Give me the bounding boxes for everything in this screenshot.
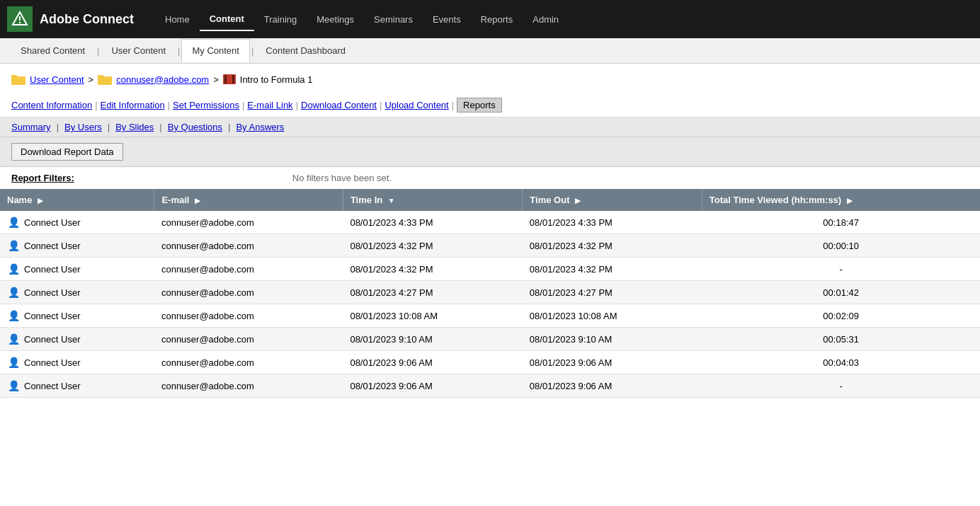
report-tab-summary[interactable]: Summary: [11, 122, 51, 132]
col-header-name[interactable]: Name ▶: [0, 189, 154, 211]
col-header-time-out[interactable]: Time Out ▶: [523, 189, 702, 211]
download-report-btn[interactable]: Download Report Data: [11, 143, 123, 161]
table-row: 👤Connect Userconnuser@adobe.com08/01/202…: [0, 374, 980, 398]
cell-time-out-4: 08/01/2023 10:08 AM: [523, 304, 702, 328]
action-sep-5: |: [380, 100, 382, 110]
breadcrumb-content-title: Intro to Formula 1: [240, 74, 313, 85]
nav-item-content[interactable]: Content: [200, 8, 254, 31]
svg-point-2: [19, 22, 21, 23]
action-links: Content Information | Edit Information |…: [0, 95, 980, 117]
cell-name-4: 👤Connect User: [0, 304, 154, 328]
cell-time-in-1: 08/01/2023 4:32 PM: [343, 234, 522, 258]
user-name: Connect User: [24, 381, 80, 391]
cell-time-in-6: 08/01/2023 9:06 AM: [343, 351, 522, 374]
action-sep-6: |: [452, 100, 454, 110]
report-tab-by-questions[interactable]: By Questions: [168, 122, 222, 132]
svg-rect-9: [232, 75, 234, 84]
nav-item-home[interactable]: Home: [155, 8, 200, 30]
user-name: Connect User: [24, 357, 80, 368]
nav-item-admin[interactable]: Admin: [523, 8, 569, 30]
sub-tab-shared-content[interactable]: Shared Content: [10, 39, 96, 62]
action-link-upload-content[interactable]: Upload Content: [384, 100, 448, 110]
cell-time-out-2: 08/01/2023 4:32 PM: [523, 258, 702, 281]
folder-icon-2: [98, 74, 112, 85]
report-tab-sep-4: |: [225, 122, 233, 132]
breadcrumb-user-email[interactable]: connuser@adobe.com: [116, 74, 209, 85]
user-icon: 👤: [7, 216, 20, 229]
user-icon: 👤: [7, 239, 20, 252]
user-icon: 👤: [7, 286, 20, 299]
svg-rect-6: [98, 75, 103, 78]
data-table-container: Name ▶E-mail ▶Time In ▼Time Out ▶Total T…: [0, 189, 980, 398]
cell-email-2: connuser@adobe.com: [154, 258, 343, 281]
logo-icon: [7, 6, 33, 32]
logo-area: Adobe Connect: [7, 6, 134, 32]
cell-email-4: connuser@adobe.com: [154, 304, 343, 328]
action-sep-4: |: [296, 100, 298, 110]
sub-tab-my-content[interactable]: My Content: [181, 39, 249, 62]
cell-name-2: 👤Connect User: [0, 258, 154, 281]
sub-tab-sep-3: |: [250, 45, 255, 56]
cell-total-time-7: -: [702, 374, 980, 398]
nav-item-events[interactable]: Events: [423, 8, 471, 30]
report-tab-by-slides[interactable]: By Slides: [115, 122, 154, 132]
action-link-edit-information[interactable]: Edit Information: [101, 100, 165, 110]
cell-email-1: connuser@adobe.com: [154, 234, 343, 258]
breadcrumb-sep-2: >: [213, 74, 219, 85]
col-header-time-in[interactable]: Time In ▼: [343, 189, 522, 211]
breadcrumb: User Content > connuser@adobe.com > Intr…: [0, 64, 980, 95]
col-header-total-time-viewed--hh-mm-ss-[interactable]: Total Time Viewed (hh:mm:ss) ▶: [702, 189, 980, 211]
sub-tab-sep-2: |: [176, 45, 181, 56]
action-sep-3: |: [242, 100, 244, 110]
report-tab-sep-3: |: [156, 122, 164, 132]
user-name: Connect User: [24, 241, 80, 251]
report-tab-sep-2: |: [105, 122, 113, 132]
user-icon: 👤: [7, 309, 20, 322]
cell-name-6: 👤Connect User: [0, 351, 154, 374]
sub-tab-content-dashboard[interactable]: Content Dashboard: [255, 39, 356, 62]
nav-item-reports[interactable]: Reports: [471, 8, 523, 30]
col-header-e-mail[interactable]: E-mail ▶: [154, 189, 343, 211]
cell-email-5: connuser@adobe.com: [154, 328, 343, 351]
cell-time-in-4: 08/01/2023 10:08 AM: [343, 304, 522, 328]
user-name: Connect User: [24, 287, 80, 298]
user-icon: 👤: [7, 379, 20, 392]
action-link-e-mail-link[interactable]: E-mail Link: [247, 100, 292, 110]
user-icon: 👤: [7, 263, 20, 275]
cell-time-in-2: 08/01/2023 4:32 PM: [343, 258, 522, 281]
top-nav: Adobe Connect HomeContentTrainingMeeting…: [0, 0, 980, 38]
cell-total-time-3: 00:01:42: [702, 281, 980, 304]
folder-icon-1: [11, 74, 25, 85]
report-tab-by-users[interactable]: By Users: [64, 122, 102, 132]
cell-total-time-1: 00:00:10: [702, 234, 980, 258]
cell-total-time-5: 00:05:31: [702, 328, 980, 351]
report-tab-by-answers[interactable]: By Answers: [236, 122, 284, 132]
action-link-download-content[interactable]: Download Content: [301, 100, 377, 110]
cell-time-out-0: 08/01/2023 4:33 PM: [523, 211, 702, 234]
table-row: 👤Connect Userconnuser@adobe.com08/01/202…: [0, 328, 980, 351]
nav-item-seminars[interactable]: Seminars: [364, 8, 423, 30]
nav-item-meetings[interactable]: Meetings: [307, 8, 364, 30]
table-row: 👤Connect Userconnuser@adobe.com08/01/202…: [0, 304, 980, 328]
breadcrumb-user-content[interactable]: User Content: [30, 74, 84, 85]
action-link-set-permissions[interactable]: Set Permissions: [173, 100, 239, 110]
cell-name-7: 👤Connect User: [0, 374, 154, 398]
breadcrumb-sep-1: >: [89, 74, 94, 85]
cell-time-in-0: 08/01/2023 4:33 PM: [343, 211, 522, 234]
table-row: 👤Connect Userconnuser@adobe.com08/01/202…: [0, 234, 980, 258]
user-name: Connect User: [24, 311, 80, 321]
cell-time-out-6: 08/01/2023 9:06 AM: [523, 351, 702, 374]
svg-rect-4: [11, 75, 17, 78]
table-row: 👤Connect Userconnuser@adobe.com08/01/202…: [0, 351, 980, 374]
user-name: Connect User: [24, 217, 80, 228]
nav-item-training[interactable]: Training: [254, 8, 307, 30]
cell-email-6: connuser@adobe.com: [154, 351, 343, 374]
cell-time-out-7: 08/01/2023 9:06 AM: [523, 374, 702, 398]
app-title: Adobe Connect: [40, 12, 134, 27]
action-link-content-information[interactable]: Content Information: [11, 100, 92, 110]
sub-tabs: Shared Content|User Content|My Content|C…: [0, 38, 980, 64]
sub-tab-user-content[interactable]: User Content: [101, 39, 176, 62]
cell-time-in-5: 08/01/2023 9:10 AM: [343, 328, 522, 351]
user-name: Connect User: [24, 264, 80, 275]
cell-time-out-5: 08/01/2023 9:10 AM: [523, 328, 702, 351]
